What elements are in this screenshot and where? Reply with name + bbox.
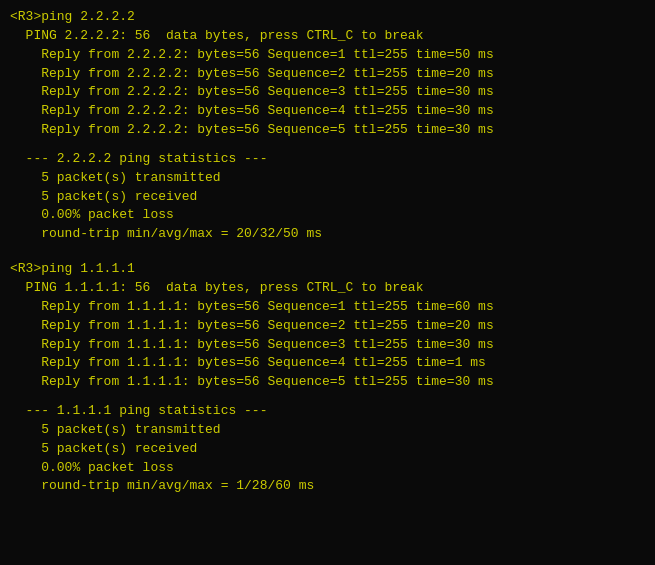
stats-2-4: round-trip min/avg/max = 1/28/60 ms [10,477,645,496]
reply-1-3: Reply from 2.2.2.2: bytes=56 Sequence=3 … [10,83,645,102]
prompt-2: <R3>ping 1.1.1.1 [10,260,645,279]
reply-2-4: Reply from 1.1.1.1: bytes=56 Sequence=4 … [10,354,645,373]
reply-1-5: Reply from 2.2.2.2: bytes=56 Sequence=5 … [10,121,645,140]
reply-1-2: Reply from 2.2.2.2: bytes=56 Sequence=2 … [10,65,645,84]
spacer-2 [10,392,645,402]
reply-1-1: Reply from 2.2.2.2: bytes=56 Sequence=1 … [10,46,645,65]
stats-1-1: 5 packet(s) transmitted [10,169,645,188]
ping-header-2: PING 1.1.1.1: 56 data bytes, press CTRL_… [10,279,645,298]
stats-header-1: --- 2.2.2.2 ping statistics --- [10,150,645,169]
stats-2-1: 5 packet(s) transmitted [10,421,645,440]
ping-block-1: <R3>ping 2.2.2.2 PING 2.2.2.2: 56 data b… [10,8,645,244]
reply-2-3: Reply from 1.1.1.1: bytes=56 Sequence=3 … [10,336,645,355]
reply-2-5: Reply from 1.1.1.1: bytes=56 Sequence=5 … [10,373,645,392]
stats-2-2: 5 packet(s) received [10,440,645,459]
stats-1-2: 5 packet(s) received [10,188,645,207]
prompt-1: <R3>ping 2.2.2.2 [10,8,645,27]
stats-1-4: round-trip min/avg/max = 20/32/50 ms [10,225,645,244]
ping-block-2: <R3>ping 1.1.1.1 PING 1.1.1.1: 56 data b… [10,260,645,496]
reply-2-1: Reply from 1.1.1.1: bytes=56 Sequence=1 … [10,298,645,317]
terminal: <R3>ping 2.2.2.2 PING 2.2.2.2: 56 data b… [10,8,645,496]
reply-2-2: Reply from 1.1.1.1: bytes=56 Sequence=2 … [10,317,645,336]
ping-header-1: PING 2.2.2.2: 56 data bytes, press CTRL_… [10,27,645,46]
reply-1-4: Reply from 2.2.2.2: bytes=56 Sequence=4 … [10,102,645,121]
stats-1-3: 0.00% packet loss [10,206,645,225]
stats-header-2: --- 1.1.1.1 ping statistics --- [10,402,645,421]
spacer-between [10,250,645,260]
stats-2-3: 0.00% packet loss [10,459,645,478]
spacer-1 [10,140,645,150]
